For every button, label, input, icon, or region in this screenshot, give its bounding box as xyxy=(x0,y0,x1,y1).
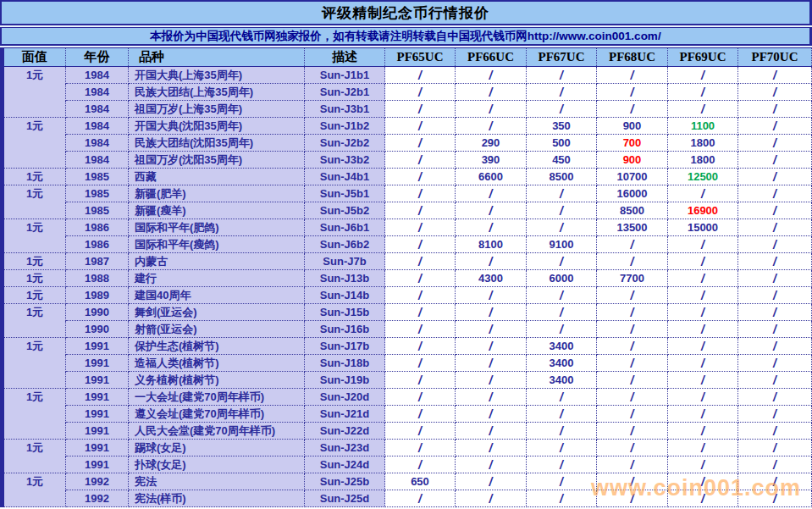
price-cell-pf70uc: / xyxy=(738,169,812,185)
price-cell-pf68uc: / xyxy=(597,355,668,372)
price-cell-pf70uc: / xyxy=(738,118,812,135)
price-cell-pf67uc: / xyxy=(527,287,597,304)
price-cell-pf67uc: / xyxy=(527,219,597,236)
price-cell-pf65uc: 650 xyxy=(385,473,456,490)
price-cell-pf70uc: / xyxy=(738,101,812,118)
price-cell-pf67uc: 500 xyxy=(527,135,597,152)
description-cell: Sun-J4b1 xyxy=(305,169,385,185)
variety-cell: 造福人类(植树节) xyxy=(129,355,305,372)
price-value: / xyxy=(773,119,776,133)
price-cell-pf69uc: / xyxy=(668,389,738,406)
price-value: / xyxy=(560,102,563,116)
description-cell: Sun-J5b2 xyxy=(305,202,385,219)
column-header-face-value: 面值 xyxy=(4,48,66,66)
column-header-pf66uc: PF66UC xyxy=(456,48,527,66)
price-value: / xyxy=(773,86,776,99)
price-value: / xyxy=(701,407,704,421)
variety-cell: 扑球(女足) xyxy=(129,456,305,473)
price-cell-pf66uc: / xyxy=(456,84,527,101)
price-cell-pf65uc: / xyxy=(385,152,456,169)
price-cell-pf65uc: / xyxy=(385,236,456,253)
price-cell-pf69uc: 1100 xyxy=(668,118,738,135)
price-value: / xyxy=(631,289,634,302)
price-value: 13500 xyxy=(616,221,647,234)
price-value: / xyxy=(418,136,422,150)
price-cell-pf70uc: / xyxy=(738,185,812,202)
price-cell-pf67uc: 3400 xyxy=(527,338,597,355)
price-cell-pf66uc: / xyxy=(456,406,527,423)
price-cell-pf66uc: / xyxy=(456,219,527,236)
price-cell-pf69uc: / xyxy=(668,423,738,440)
price-cell-pf67uc: / xyxy=(527,456,597,473)
face-value-cell xyxy=(4,456,66,473)
price-cell-pf70uc: / xyxy=(738,135,812,152)
description-cell: Sun-J20d xyxy=(305,389,385,406)
table-row: 1元1984开国大典(上海35周年)Sun-J1b1////// xyxy=(4,67,812,84)
price-value: / xyxy=(631,424,634,438)
face-value-cell: 1元 xyxy=(4,185,66,202)
price-cell-pf65uc: / xyxy=(385,372,456,389)
price-cell-pf68uc: 7700 xyxy=(597,270,668,287)
price-cell-pf66uc: / xyxy=(456,423,527,440)
description-cell: Sun-J19b xyxy=(305,372,385,389)
price-cell-pf69uc: / xyxy=(668,101,738,118)
price-cell-pf68uc: / xyxy=(597,372,668,389)
table-row: 1991造福人类(植树节)Sun-J18b//3400/// xyxy=(4,355,812,372)
price-value: / xyxy=(631,306,634,319)
price-value: / xyxy=(631,390,634,404)
price-value: / xyxy=(773,357,776,370)
price-value: / xyxy=(773,306,776,319)
price-cell-pf70uc: / xyxy=(738,338,812,355)
variety-cell: 宪法 xyxy=(129,473,305,490)
price-cell-pf67uc: / xyxy=(527,84,597,101)
price-cell-pf65uc: / xyxy=(385,389,456,406)
price-value: / xyxy=(489,390,493,404)
price-cell-pf65uc: / xyxy=(385,169,456,185)
price-value: / xyxy=(418,289,422,302)
price-value: 450 xyxy=(552,153,571,166)
price-value: 650 xyxy=(411,475,429,488)
price-value: 1800 xyxy=(691,136,715,149)
price-value: / xyxy=(560,221,563,235)
year-cell: 1984 xyxy=(66,118,129,135)
price-cell-pf68uc: / xyxy=(597,473,668,490)
price-value: / xyxy=(560,441,563,455)
variety-cell: 民族大团结(沈阳35周年) xyxy=(129,135,305,152)
price-value: / xyxy=(489,492,493,506)
price-value: 290 xyxy=(482,136,500,149)
price-cell-pf70uc: / xyxy=(738,287,812,304)
variety-cell: 西藏 xyxy=(129,169,305,185)
description-cell: Sun-J25b xyxy=(305,473,385,490)
price-value: / xyxy=(418,340,422,353)
price-value: / xyxy=(489,323,493,336)
price-cell-pf67uc: 8500 xyxy=(527,169,597,185)
price-cell-pf68uc: 8500 xyxy=(597,202,668,219)
table-row: 1991人民大会堂(建党70周年样币)Sun-J22d////// xyxy=(4,423,812,440)
price-value: 390 xyxy=(482,153,500,166)
price-cell-pf70uc: / xyxy=(738,202,812,219)
price-value: / xyxy=(631,373,634,387)
price-value: / xyxy=(560,323,563,336)
price-value: / xyxy=(701,102,704,116)
price-cell-pf66uc: 8100 xyxy=(456,236,527,253)
price-cell-pf65uc: / xyxy=(385,321,456,338)
price-cell-pf70uc: / xyxy=(738,253,812,270)
price-value: / xyxy=(418,69,422,82)
price-value: 8500 xyxy=(550,170,574,183)
price-cell-pf70uc: / xyxy=(738,270,812,287)
price-value: / xyxy=(701,255,704,268)
price-value: / xyxy=(701,373,704,387)
price-value: / xyxy=(773,441,776,455)
price-value: / xyxy=(418,492,422,506)
page-subtitle-text: 本报价为中国现代钱币网独家报价，如有转载请注明转载自中国现代钱币网http://… xyxy=(150,29,660,44)
price-cell-pf68uc: / xyxy=(597,84,668,101)
face-value-cell xyxy=(4,355,66,372)
price-cell-pf68uc: 700 xyxy=(597,135,668,152)
table-row: 1元1991一大会址(建党70周年样币)Sun-J20d////// xyxy=(4,389,812,406)
price-cell-pf69uc: / xyxy=(668,456,738,473)
price-cell-pf67uc: 9100 xyxy=(527,236,597,253)
table-row: 1986国际和平年(瘦鸽)Sun-J6b2/81009100/// xyxy=(4,236,812,253)
price-value: 10700 xyxy=(616,170,647,183)
table-row: 1元1988建行Sun-J13b/430060007700// xyxy=(4,270,812,287)
year-cell: 1992 xyxy=(66,473,129,490)
